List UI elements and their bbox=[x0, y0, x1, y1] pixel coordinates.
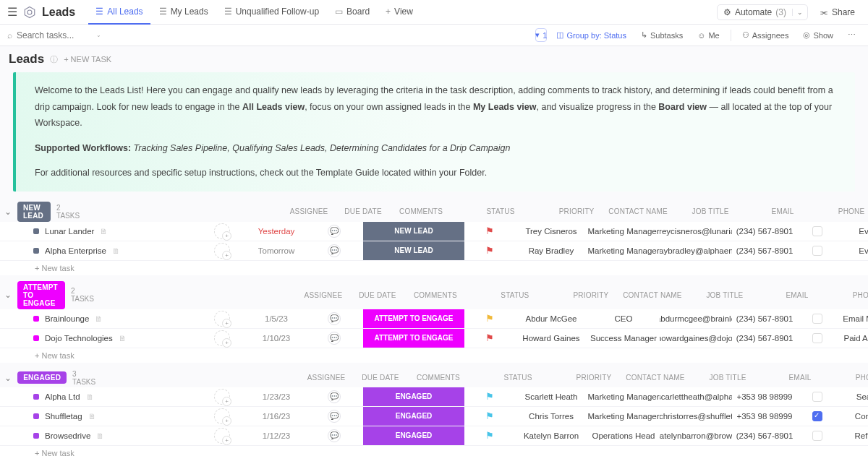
comment-icon[interactable]: 💬 bbox=[328, 244, 341, 257]
drip-checkbox[interactable] bbox=[812, 411, 822, 421]
col-job[interactable]: JOB TITLE bbox=[692, 369, 764, 387]
email-cell[interactable]: treycisneros@lunaria bbox=[660, 222, 732, 241]
source-cell[interactable]: Search bbox=[837, 387, 868, 406]
assignee-cell[interactable] bbox=[197, 426, 247, 445]
flag-icon[interactable]: ⚑ bbox=[485, 245, 494, 256]
col-email[interactable]: EMAIL bbox=[761, 285, 833, 304]
tab-my-leads[interactable]: ☰My Leads bbox=[152, 0, 216, 25]
col-priority[interactable]: PRIORITY bbox=[551, 202, 602, 221]
contact-cell[interactable]: Howard Gaines bbox=[515, 329, 587, 348]
contact-cell[interactable]: Trey Cisneros bbox=[515, 222, 587, 241]
search-input[interactable] bbox=[17, 30, 89, 40]
comment-icon[interactable]: 💬 bbox=[328, 225, 341, 238]
hamburger-icon[interactable]: ☰ bbox=[7, 5, 17, 19]
automate-button[interactable]: ⚙Automate (3) bbox=[718, 5, 792, 20]
source-cell[interactable]: Content bbox=[837, 407, 868, 426]
automate-chevron-icon[interactable]: ⌄ bbox=[792, 9, 807, 16]
tab-board[interactable]: ▭Board bbox=[328, 0, 377, 25]
job-cell[interactable]: Marketing Manager bbox=[587, 387, 660, 406]
assignee-cell[interactable] bbox=[197, 329, 247, 348]
contact-cell[interactable]: Abdur McGee bbox=[515, 309, 587, 328]
assignee-cell[interactable] bbox=[197, 387, 247, 406]
task-row[interactable]: Lunar Lander 🗎 Yesterday 💬 NEW LEAD ⚑ Tr… bbox=[0, 222, 868, 241]
phone-cell[interactable]: +353 98 98999 bbox=[732, 407, 797, 426]
filter-count-pill[interactable]: ▾1 bbox=[535, 28, 547, 42]
col-due[interactable]: DUE DATE bbox=[334, 202, 392, 221]
status-cell[interactable]: ATTEMPT TO ENGAGE bbox=[363, 309, 464, 328]
assignees-pill[interactable]: ⚇Assignees bbox=[737, 29, 794, 41]
assignee-placeholder-icon[interactable] bbox=[214, 330, 230, 346]
status-chip[interactable]: ATTEMPT TO ENGAGE bbox=[17, 281, 65, 309]
comment-icon[interactable]: 💬 bbox=[328, 410, 341, 423]
comments-cell[interactable]: 💬 bbox=[305, 426, 363, 445]
assignee-cell[interactable] bbox=[197, 241, 247, 260]
job-cell[interactable]: Marketing Manager bbox=[587, 222, 660, 241]
add-view-button[interactable]: +View bbox=[378, 0, 420, 25]
task-name-cell[interactable]: Lunar Lander 🗎 bbox=[30, 222, 197, 241]
info-icon[interactable]: ⓘ bbox=[50, 54, 58, 65]
flag-icon[interactable]: ⚑ bbox=[485, 410, 494, 421]
task-name-cell[interactable]: Shuffletag 🗎 bbox=[30, 407, 197, 426]
flag-icon[interactable]: ⚑ bbox=[485, 430, 494, 441]
source-cell[interactable]: Email Marke... bbox=[837, 309, 868, 328]
search-icon[interactable]: ⌕ bbox=[7, 30, 12, 40]
status-chip[interactable]: ENGAGED bbox=[17, 371, 67, 384]
assignee-placeholder-icon[interactable] bbox=[214, 389, 230, 405]
phone-cell[interactable]: (234) 567-8901 bbox=[732, 426, 797, 445]
drip-cell[interactable] bbox=[797, 387, 837, 406]
tab-unqualified[interactable]: ☰Unqualified Follow-up bbox=[217, 0, 326, 25]
due-date-cell[interactable]: 1/12/23 bbox=[247, 426, 305, 445]
col-contact[interactable]: CONTACT NAME bbox=[616, 285, 689, 304]
contact-cell[interactable]: Scarlett Heath bbox=[515, 387, 587, 406]
task-name-cell[interactable]: Dojo Technologies 🗎 bbox=[30, 329, 197, 348]
me-pill[interactable]: ☺Me bbox=[692, 30, 725, 41]
comments-cell[interactable]: 💬 bbox=[305, 387, 363, 406]
new-task-row-button[interactable]: + New task bbox=[0, 348, 868, 363]
new-task-row-button[interactable]: + New task bbox=[0, 261, 868, 275]
flag-icon[interactable]: ⚑ bbox=[485, 313, 494, 324]
priority-cell[interactable]: ⚑ bbox=[464, 329, 515, 348]
chevron-down-icon[interactable]: ⌄ bbox=[96, 32, 101, 38]
task-name-cell[interactable]: Alpha Ltd 🗎 bbox=[30, 387, 197, 406]
col-status[interactable]: STATUS bbox=[464, 285, 566, 304]
comment-icon[interactable]: 💬 bbox=[328, 332, 341, 345]
new-task-header-button[interactable]: + NEW TASK bbox=[64, 55, 111, 64]
tab-all-leads[interactable]: ☰All Leads bbox=[88, 0, 150, 25]
priority-cell[interactable]: ⚑ bbox=[464, 426, 515, 445]
comment-icon[interactable]: 💬 bbox=[328, 429, 341, 442]
col-assignee[interactable]: ASSIGNEE bbox=[298, 285, 349, 304]
email-cell[interactable]: scarlettheath@alphal bbox=[660, 387, 732, 406]
drip-cell[interactable] bbox=[797, 309, 837, 328]
drip-checkbox[interactable] bbox=[812, 333, 822, 343]
status-cell[interactable]: ENGAGED bbox=[363, 387, 464, 406]
col-status[interactable]: STATUS bbox=[467, 369, 569, 387]
phone-cell[interactable]: (234) 567-8901 bbox=[732, 222, 797, 241]
source-cell[interactable]: Referral bbox=[837, 426, 868, 445]
job-cell[interactable]: Marketing Manager bbox=[587, 241, 660, 260]
col-status[interactable]: STATUS bbox=[450, 202, 551, 221]
task-name-cell[interactable]: Alpha Enterprise 🗎 bbox=[30, 241, 197, 260]
col-contact[interactable]: CONTACT NAME bbox=[602, 202, 674, 221]
task-row[interactable]: Alpha Ltd 🗎 1/23/23 💬 ENGAGED ⚑ Scarlett… bbox=[0, 387, 868, 407]
doc-icon[interactable]: 🗎 bbox=[112, 246, 120, 255]
task-name-cell[interactable]: Browsedrive 🗎 bbox=[30, 426, 197, 445]
more-icon[interactable]: ⋯ bbox=[843, 29, 861, 41]
assignee-cell[interactable] bbox=[197, 407, 247, 426]
priority-cell[interactable]: ⚑ bbox=[464, 241, 515, 260]
email-cell[interactable]: christorres@shufflet bbox=[660, 407, 732, 426]
email-cell[interactable]: raybradley@alphaent bbox=[660, 241, 732, 260]
assignee-cell[interactable] bbox=[197, 309, 247, 328]
col-phone[interactable]: PHONE bbox=[833, 285, 868, 304]
flag-icon[interactable]: ⚑ bbox=[485, 391, 494, 402]
drip-cell[interactable] bbox=[797, 329, 837, 348]
due-date-cell[interactable]: 1/5/23 bbox=[247, 309, 305, 328]
assignee-placeholder-icon[interactable] bbox=[214, 243, 230, 259]
task-row[interactable]: Brainlounge 🗎 1/5/23 💬 ATTEMPT TO ENGAGE… bbox=[0, 309, 868, 329]
task-row[interactable]: Alpha Enterprise 🗎 Tomorrow 💬 NEW LEAD ⚑… bbox=[0, 241, 868, 261]
col-comments[interactable]: COMMENTS bbox=[392, 202, 450, 221]
status-cell[interactable]: ENGAGED bbox=[363, 426, 464, 445]
source-cell[interactable]: Event bbox=[837, 241, 868, 260]
col-due[interactable]: DUE DATE bbox=[352, 369, 409, 387]
assignee-placeholder-icon[interactable] bbox=[214, 408, 230, 424]
col-comments[interactable]: COMMENTS bbox=[409, 369, 467, 387]
